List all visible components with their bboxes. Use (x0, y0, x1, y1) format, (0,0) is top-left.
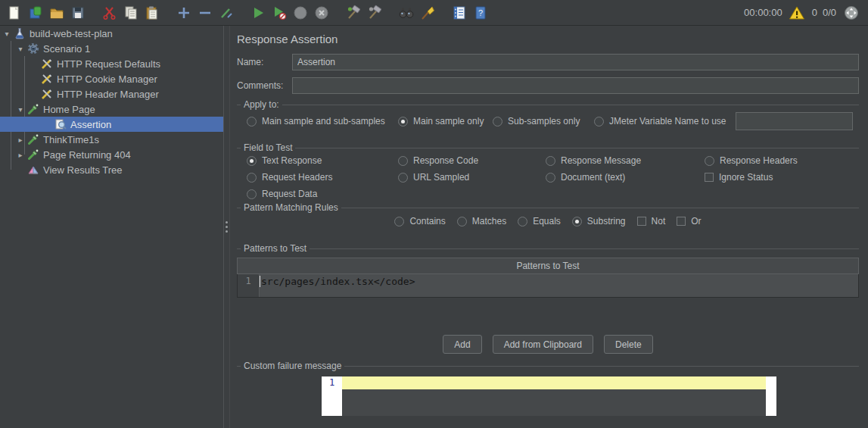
search-icon[interactable] (397, 3, 415, 23)
shutdown-icon[interactable] (312, 3, 331, 23)
radio-main-sample-only[interactable] (398, 117, 408, 127)
radio-request-headers[interactable] (247, 173, 257, 183)
editor-line-number: 1 (322, 376, 342, 416)
radio-equals[interactable] (518, 217, 527, 226)
custom-failure-message-group: Custom failure message 1 (237, 366, 859, 416)
expand-arrow-icon[interactable]: ▾ (0, 30, 14, 38)
pattern-matching-rules-group: Pattern Matching Rules Contains Matches … (237, 208, 859, 233)
comments-input[interactable] (292, 77, 859, 94)
pattern-value[interactable]: src/pages/index.tsx</code> (261, 276, 415, 287)
radio-label: Substring (587, 216, 626, 226)
radio-sub-samples-only[interactable] (493, 117, 502, 127)
checkbox-label: Ignore Status (719, 172, 773, 183)
config-element-icon (41, 88, 53, 100)
radio-label: Sub-samples only (508, 116, 580, 127)
add-element-icon[interactable] (174, 3, 193, 23)
tree-item-label: Assertion (70, 119, 111, 130)
open-file-icon[interactable] (47, 3, 66, 23)
radio-label: Document (text) (561, 172, 625, 183)
radio-text-response[interactable] (247, 156, 257, 166)
tree-item-view-results-tree[interactable]: View Results Tree (0, 162, 223, 177)
radio-url-sampled[interactable] (398, 173, 408, 183)
help-icon[interactable]: ? (471, 3, 490, 23)
start-icon[interactable] (248, 3, 267, 23)
save-icon[interactable] (68, 3, 87, 23)
radio-document-text[interactable] (546, 173, 555, 183)
patterns-column-header: Patterns to Test (237, 258, 859, 274)
tree-item-http-request-defaults[interactable]: HTTP Request Defaults (0, 56, 223, 71)
editor-active-line[interactable] (342, 376, 766, 389)
tree-item-label: Home Page (43, 104, 95, 115)
checkbox-not[interactable] (637, 217, 646, 226)
pattern-row[interactable]: 1 src/pages/index.tsx</code> (237, 274, 859, 298)
paste-icon[interactable] (142, 3, 161, 23)
add-from-clipboard-button[interactable]: Add from Clipboard (493, 335, 593, 354)
patterns-to-test-title: Patterns to Test (241, 243, 310, 254)
checkbox-or[interactable] (677, 217, 686, 226)
copy-icon[interactable] (121, 3, 140, 23)
expand-arrow-icon[interactable]: ▾ (14, 105, 27, 114)
tree-item-label: Page Returning 404 (43, 149, 131, 161)
jmeter-variable-input[interactable] (736, 112, 853, 130)
radio-response-message[interactable] (546, 156, 555, 166)
tree-item-page-returning-404[interactable]: ▸ Page Returning 404 (0, 147, 223, 162)
radio-contains[interactable] (394, 217, 404, 226)
radio-label: JMeter Variable Name to use (609, 116, 726, 127)
stop-icon[interactable] (291, 3, 310, 23)
checkbox-label: Or (691, 216, 701, 226)
tree-item-http-cookie-manager[interactable]: HTTP Cookie Manager (0, 71, 223, 86)
checkbox-label: Not (652, 216, 666, 226)
radio-jmeter-variable[interactable] (594, 117, 604, 127)
collapse-arrow-icon[interactable]: ▸ (14, 136, 27, 144)
remove-element-icon[interactable] (195, 3, 214, 23)
add-button[interactable]: Add (443, 335, 481, 354)
tree-item-label: ThinkTime1s (43, 134, 99, 145)
function-helper-icon[interactable] (450, 3, 468, 23)
radio-main-sample-and-sub-samples[interactable] (247, 117, 257, 127)
tree-item-label: Scenario 1 (43, 43, 90, 55)
tree-item-test-plan[interactable]: ▾ build-web-test-plan (0, 26, 223, 41)
warning-icon[interactable] (788, 3, 807, 23)
checkbox-ignore-status[interactable] (705, 173, 714, 182)
clear-all-icon[interactable] (418, 3, 437, 23)
start-no-timers-icon[interactable] (269, 3, 288, 23)
cut-icon[interactable] (100, 3, 119, 23)
text-caret (260, 276, 260, 287)
radio-response-code[interactable] (398, 156, 408, 166)
config-element-icon (41, 73, 53, 85)
templates-icon[interactable] (26, 3, 45, 23)
radio-substring[interactable] (572, 217, 582, 226)
new-file-icon[interactable] (5, 3, 23, 23)
tree-item-label: View Results Tree (43, 164, 123, 176)
name-label: Name: (237, 57, 292, 67)
radio-label: Request Headers (262, 172, 332, 183)
tree-item-home-page[interactable]: ▾ Home Page (0, 102, 223, 117)
radio-label: Matches (472, 216, 506, 226)
svg-text:?: ? (478, 8, 482, 17)
tree-item-label: HTTP Cookie Manager (57, 73, 157, 85)
remote-start-all-icon[interactable] (344, 3, 362, 23)
tree-item-scenario[interactable]: ▾ Scenario 1 (0, 41, 223, 56)
radio-label: Main sample only (413, 116, 484, 127)
tree-splitter[interactable] (223, 26, 230, 428)
response-assertion-panel: Response Assertion Name: Comments: Apply… (230, 26, 868, 428)
collapse-arrow-icon[interactable]: ▸ (14, 151, 27, 159)
radio-matches[interactable] (457, 217, 467, 226)
apply-to-group: Apply to: Main sample and sub-samples Ma… (237, 105, 859, 136)
tree-item-thinktime[interactable]: ▸ ThinkTime1s (0, 132, 223, 147)
elapsed-time: 00:00:00 (744, 7, 782, 18)
patterns-table: Patterns to Test 1 src/pages/index.tsx</… (237, 258, 859, 298)
radio-label: Text Response (262, 155, 322, 166)
name-input[interactable] (292, 54, 859, 70)
radio-response-headers[interactable] (705, 156, 714, 166)
toggle-icon[interactable] (216, 3, 235, 23)
delete-button[interactable]: Delete (604, 335, 653, 354)
assertion-icon (54, 118, 67, 130)
custom-failure-message-editor[interactable]: 1 (322, 376, 776, 416)
tree-item-assertion[interactable]: Assertion (0, 117, 223, 132)
remote-stop-all-icon[interactable] (365, 3, 384, 23)
radio-request-data[interactable] (247, 189, 257, 199)
expand-arrow-icon[interactable]: ▾ (14, 45, 27, 53)
splitter-handle-icon[interactable] (226, 221, 228, 233)
tree-item-http-header-manager[interactable]: HTTP Header Manager (0, 86, 223, 102)
